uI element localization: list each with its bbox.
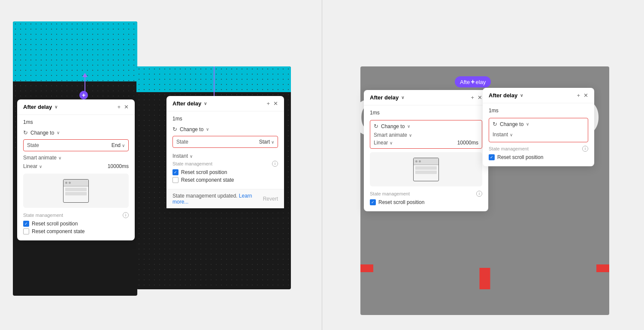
panel-1-delay: 1ms xyxy=(23,119,129,125)
animate-chevron-1: ∨ xyxy=(58,156,61,160)
preview-line-r1-1 xyxy=(415,166,437,170)
panel-2-instant-label[interactable]: Instant xyxy=(172,153,188,159)
state-chevron-2: ∨ xyxy=(271,140,274,144)
panel-1-reset-component-row: Reset component state xyxy=(23,228,129,234)
panel-2-reset-scroll-label: Reset scroll position xyxy=(181,169,227,175)
badge-text-2: elay xyxy=(475,79,486,85)
panel-2-body: 1ms ↻ Change to ∨ State Start ∨ Instant … xyxy=(166,111,284,189)
right-panel-2-chevron[interactable]: ∨ xyxy=(520,93,523,98)
panel-2-change-to-row: ↻ Change to ∨ xyxy=(172,126,278,132)
panel-1-animate-row: Smart animate ∨ xyxy=(23,155,129,161)
right-panel-1-title-group: After delay ∨ xyxy=(370,94,404,101)
preview-line-1 xyxy=(65,188,87,191)
right-panel-1-change-to-row: ↻ Change to ∨ xyxy=(374,123,478,129)
panel-2: After delay ∨ + ✕ 1ms ↻ Change to ∨ Stat… xyxy=(166,96,284,208)
panel-1-title-group: After delay ∨ xyxy=(23,104,57,110)
panel-1-change-to[interactable]: Change to xyxy=(30,130,54,136)
panel-2-state-value: Start ∨ xyxy=(259,139,274,145)
right-panel-2-instant-label[interactable]: Instant xyxy=(493,132,508,138)
right-panel-1-chevron[interactable]: ∨ xyxy=(401,95,404,100)
panel-2-change-to[interactable]: Change to xyxy=(180,126,203,132)
right-panel-1-animate-label[interactable]: Smart animate xyxy=(374,132,407,138)
reset-component-checkbox-2[interactable] xyxy=(172,177,178,183)
panel-1-add-btn[interactable]: + xyxy=(117,104,121,110)
right-panel-1-change-to[interactable]: Change to xyxy=(381,123,405,129)
preview-dot-r1-1 xyxy=(415,160,417,162)
reset-component-checkbox-1[interactable] xyxy=(23,228,29,234)
panel-2-state-row[interactable]: State Start ∨ xyxy=(172,136,278,148)
preview-icon-header-r1 xyxy=(414,158,438,165)
right-panel-2-add-btn[interactable]: + xyxy=(577,92,580,99)
sync-icon-2: ↻ xyxy=(172,126,177,132)
panel-1-animate-label[interactable]: Smart animate xyxy=(23,155,57,161)
right-panel-2-reset-scroll-row: ✓ Reset scroll position xyxy=(489,154,588,160)
panel-2-header: After delay ∨ + ✕ xyxy=(166,96,284,111)
right-panel-1-title: After delay xyxy=(370,94,399,101)
right-panel-1-actions: + ✕ xyxy=(471,94,482,101)
panel-1-body: 1ms ↻ Change to ∨ State End ∨ Smart anim… xyxy=(17,115,135,240)
preview-line-r1-2 xyxy=(415,171,437,174)
right-panel-1-close-btn[interactable]: ✕ xyxy=(478,94,482,101)
info-icon-r2[interactable]: i xyxy=(582,146,588,152)
purple-badge: Afte + elay xyxy=(455,76,491,87)
reset-scroll-checkbox-r1[interactable]: ✓ xyxy=(370,199,376,205)
linear-chevron-r1: ∨ xyxy=(390,141,393,145)
revert-btn[interactable]: Revert xyxy=(263,196,278,202)
panel-2-reset-scroll-row: ✓ Reset scroll position xyxy=(172,169,278,175)
panel-2-title-group: After delay ∨ xyxy=(172,100,207,107)
animate-chevron-r1: ∨ xyxy=(409,133,412,138)
right-panel-1-reset-scroll-row: ✓ Reset scroll position xyxy=(370,199,482,205)
right-panel-2-reset-scroll-label: Reset scroll position xyxy=(497,154,543,160)
reset-scroll-checkbox-2[interactable]: ✓ xyxy=(172,169,178,175)
panel-2-close-btn[interactable]: ✕ xyxy=(273,100,278,107)
change-to-chevron-r2: ∨ xyxy=(526,122,529,126)
right-panel-2: After delay ∨ + ✕ 1ms ↻ Change to ∨ Inst… xyxy=(483,88,594,166)
preview-icon-1 xyxy=(63,179,89,203)
info-icon-1[interactable]: i xyxy=(123,212,129,218)
panel-1-state-value: End ∨ xyxy=(112,142,125,148)
panel-1-state-row[interactable]: State End ∨ xyxy=(23,139,129,151)
right-panel-2-close-btn[interactable]: ✕ xyxy=(584,92,588,99)
panel-1-linear: Linear ∨ xyxy=(23,163,42,169)
panel-1-close-btn[interactable]: ✕ xyxy=(124,104,129,110)
preview-icon-header-1 xyxy=(63,180,88,186)
linear-chevron-1: ∨ xyxy=(39,164,42,169)
right-panel-2-change-to[interactable]: Change to xyxy=(500,121,523,127)
red-bar-right xyxy=(596,264,609,272)
right-panel-2-change-to-row: ↻ Change to ∨ xyxy=(493,121,584,127)
right-panel-1-body: 1ms ↻ Change to ∨ Smart animate ∨ Linear… xyxy=(364,105,488,211)
right-panel-2-delay: 1ms xyxy=(489,108,588,114)
panel-2-add-btn[interactable]: + xyxy=(266,100,270,107)
right-panel-1-add-btn[interactable]: + xyxy=(471,94,474,101)
reset-scroll-checkbox-1[interactable]: ✓ xyxy=(23,221,29,227)
panel-1-chevron[interactable]: ∨ xyxy=(54,105,57,109)
right-panel-1-reset-scroll-label: Reset scroll position xyxy=(378,199,424,205)
preview-dot-r1-2 xyxy=(419,160,421,162)
left-section: + After delay ∨ + ✕ 1ms ↻ Change to ∨ St… xyxy=(0,0,322,330)
preview-dot-2 xyxy=(69,182,71,184)
panel-1-change-to-row: ↻ Change to ∨ xyxy=(23,129,129,136)
change-to-chevron-r1: ∨ xyxy=(407,124,410,129)
info-icon-r1[interactable]: i xyxy=(476,191,482,197)
right-panel-1-delay: 1ms xyxy=(370,110,482,116)
right-panel-1-duration[interactable]: 10000ms xyxy=(457,140,478,146)
right-panel-2-header: After delay ∨ + ✕ xyxy=(483,88,594,103)
right-panel-2-instant-row: Instant ∨ xyxy=(493,130,584,139)
preview-icon-r1 xyxy=(413,158,439,181)
reset-scroll-checkbox-r2[interactable]: ✓ xyxy=(489,154,495,160)
panel-2-state-mgmt-label: State management i xyxy=(172,161,278,167)
right-panel-1-animate-row: Smart animate ∨ xyxy=(374,132,478,138)
state-chevron-1: ∨ xyxy=(122,143,125,148)
right-panel-2-title: After delay xyxy=(489,92,517,99)
panel-2-state-label: State xyxy=(176,139,256,145)
info-icon-2[interactable]: i xyxy=(272,161,278,167)
panel-2-reset-component-label: Reset component state xyxy=(181,177,234,183)
panel-2-chevron[interactable]: ∨ xyxy=(204,101,207,106)
red-bar-bottom xyxy=(480,268,490,289)
panel-1-reset-component-label: Reset component state xyxy=(32,228,85,234)
right-section: CO CO Afte + elay After delay ∨ + ✕ 1ms xyxy=(326,0,644,330)
panel-2-instant-row: Instant ∨ xyxy=(172,151,278,161)
sync-icon-r2: ↻ xyxy=(493,121,497,127)
panel-1-actions: + ✕ xyxy=(117,104,129,110)
panel-1-duration[interactable]: 10000ms xyxy=(108,163,129,169)
